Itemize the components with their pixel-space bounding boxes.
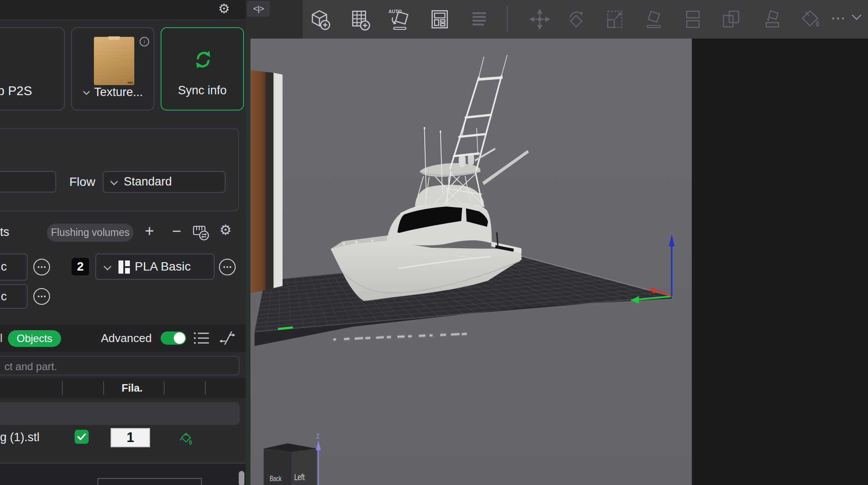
clipped-dropdown[interactable] xyxy=(97,478,202,485)
search-placeholder: ct and part. xyxy=(4,360,57,373)
filament-dropdown-clipped[interactable]: c xyxy=(0,253,28,281)
collapse-panel-button[interactable]: <|> xyxy=(247,1,270,17)
build-plate-card[interactable]: i Texture... xyxy=(71,27,154,111)
settings-panel: ⚙ b P2S i Texture... xyxy=(0,0,246,485)
split-objects-icon[interactable] xyxy=(679,5,707,33)
filaments-title-fragment: ts xyxy=(0,225,9,239)
plate-texture-thumbnail xyxy=(94,37,134,85)
plate-logo-mark xyxy=(128,82,133,84)
filament-slot-badge: 2 xyxy=(72,258,89,275)
filament-row-1: c 2 PLA Basic xyxy=(0,253,246,282)
striped-slab-model[interactable] xyxy=(251,70,283,293)
add-plate-icon[interactable] xyxy=(346,5,374,33)
paint-bucket-icon[interactable] xyxy=(176,430,193,446)
rotate-icon[interactable] xyxy=(562,5,590,33)
clipped-tab-fragment: l xyxy=(0,332,3,345)
sync-info-button[interactable]: Sync info xyxy=(161,27,244,111)
settings-gear-icon[interactable]: ⚙ xyxy=(218,2,230,15)
object-list-row[interactable]: g (1).stl 1 xyxy=(0,427,246,448)
process-settings-box: Flow Standard xyxy=(0,128,239,211)
remove-filament-button[interactable]: − xyxy=(172,222,181,240)
filament-dropdown-clipped[interactable]: c xyxy=(0,284,28,309)
material-dropdown[interactable]: PLA Basic xyxy=(95,253,215,280)
chevron-down-icon[interactable] xyxy=(850,13,863,21)
column-divider xyxy=(205,382,206,395)
nav-z-label: z xyxy=(316,430,320,440)
filament-settings-gear-icon[interactable]: ⚙ xyxy=(219,223,232,237)
support-paint-icon[interactable] xyxy=(758,5,786,33)
filament-spool-icon xyxy=(118,260,130,274)
panel-scrollbar[interactable] xyxy=(239,471,244,485)
advanced-toggle[interactable] xyxy=(161,332,186,345)
column-divider xyxy=(62,382,63,395)
column-divider xyxy=(164,382,165,395)
app-window: ⚙ b P2S i Texture... xyxy=(0,0,868,485)
svg-text:AUTO: AUTO xyxy=(388,9,402,14)
filament-section-header: ts Flushing volumes + − ⚙ xyxy=(0,221,246,244)
material-name: PLA Basic xyxy=(135,260,191,274)
advanced-label: Advanced xyxy=(101,332,152,345)
printer-name: b P2S xyxy=(0,84,32,98)
selected-list-row[interactable] xyxy=(0,402,240,425)
objects-tab-bar: l Objects Advanced xyxy=(0,325,246,352)
nav-cube-left-face[interactable]: Left xyxy=(294,472,305,482)
plate-tab xyxy=(108,36,120,40)
filament-options-button[interactable] xyxy=(33,288,50,305)
panel-topbar: ⚙ xyxy=(0,0,246,20)
filament-options-button[interactable] xyxy=(33,259,50,275)
move-icon[interactable] xyxy=(526,5,554,33)
material-options-button[interactable] xyxy=(219,259,236,275)
add-object-icon[interactable] xyxy=(305,5,334,33)
split-parts-icon[interactable] xyxy=(717,5,745,33)
ams-sync-icon[interactable] xyxy=(192,225,210,241)
flow-label: Flow xyxy=(69,175,95,189)
lay-on-face-icon[interactable] xyxy=(640,5,668,33)
list-view-icon[interactable] xyxy=(192,331,211,346)
filament-value-fragment: c xyxy=(1,290,7,303)
fila-column-header: Fila. xyxy=(104,382,161,394)
viewport-left-strip xyxy=(246,39,251,485)
check-icon xyxy=(77,432,86,441)
add-filament-button[interactable]: + xyxy=(145,222,154,240)
chevron-down-icon xyxy=(110,180,118,185)
filament-number-value: 1 xyxy=(126,430,134,446)
flushing-volumes-label: Flushing volumes xyxy=(51,227,129,239)
printer-card[interactable]: b P2S xyxy=(0,27,65,111)
viewport-3d-scene[interactable]: Back Left z xyxy=(246,39,868,485)
clipped-input-field[interactable] xyxy=(0,171,56,193)
scale-icon[interactable] xyxy=(601,5,629,33)
sync-arrows-icon xyxy=(192,47,215,72)
filament-row-2: c xyxy=(0,284,246,310)
toggle-knob xyxy=(174,332,185,344)
nav-cube-back-face[interactable]: Back xyxy=(269,474,282,482)
slot-number: 2 xyxy=(77,260,84,274)
more-tools-button[interactable]: ⋯ xyxy=(831,11,846,25)
sort-params-icon[interactable] xyxy=(219,331,236,346)
color-paint-icon[interactable] xyxy=(797,5,825,33)
chevron-down-icon xyxy=(103,265,112,271)
object-table-header: Fila. xyxy=(0,378,246,398)
filament-value-fragment: c xyxy=(1,260,7,274)
info-icon[interactable]: i xyxy=(140,37,149,46)
arrange-icon[interactable] xyxy=(426,5,454,33)
objects-tab-label: Objects xyxy=(17,332,52,345)
sync-info-label: Sync info xyxy=(161,84,243,97)
chevron-down-icon xyxy=(82,90,90,95)
search-input[interactable]: ct and part. xyxy=(0,356,240,375)
object-filename: g (1).stl xyxy=(0,431,39,444)
tab-objects[interactable]: Objects xyxy=(8,330,61,347)
toolbar-separator xyxy=(507,6,508,32)
visibility-checkbox[interactable] xyxy=(75,430,89,444)
plate-type-label: Texture... xyxy=(94,86,143,99)
flushing-volumes-button[interactable]: Flushing volumes xyxy=(47,224,133,242)
panel-bottom-zone xyxy=(0,463,246,485)
auto-orient-icon[interactable]: AUTO xyxy=(385,5,413,33)
flow-dropdown[interactable]: Standard xyxy=(103,171,226,193)
layers-icon[interactable] xyxy=(465,5,493,33)
filament-number-input[interactable]: 1 xyxy=(111,428,150,447)
flow-value: Standard xyxy=(124,175,172,189)
